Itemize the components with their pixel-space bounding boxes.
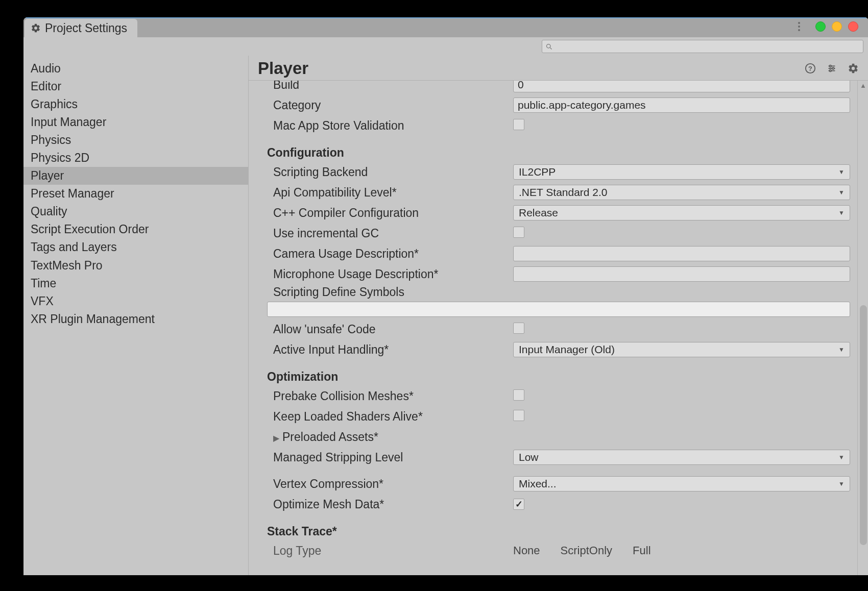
mac-validation-checkbox[interactable] [513, 119, 524, 130]
keep-shaders-label: Keep Loaded Shaders Alive* [258, 410, 513, 424]
sidebar-item-label: Audio [31, 62, 61, 75]
sidebar-item-audio[interactable]: Audio [23, 60, 248, 78]
window-controls [794, 21, 858, 32]
define-symbols-label: Scripting Define Symbols [258, 285, 404, 299]
row-allow-unsafe: Allow 'unsafe' Code [258, 319, 850, 339]
optimize-mesh-checkbox[interactable] [513, 499, 524, 510]
sidebar-item-label: Preset Manager [31, 187, 114, 200]
category-label: Category [258, 98, 513, 112]
category-field[interactable] [513, 97, 850, 113]
dropdown-value: .NET Standard 2.0 [519, 186, 608, 199]
tab-project-settings[interactable]: Project Settings [25, 19, 137, 37]
sidebar-item-vfx[interactable]: VFX [23, 292, 248, 310]
api-compat-dropdown[interactable]: .NET Standard 2.0 [513, 185, 850, 200]
sidebar-item-label: Input Manager [31, 115, 106, 129]
minimize-button[interactable] [815, 21, 826, 32]
foldout-triangle-icon: ▶ [273, 433, 279, 443]
scroll-thumb[interactable] [860, 305, 867, 545]
sidebar-item-label: Editor [31, 80, 61, 93]
incremental-gc-checkbox[interactable] [513, 227, 524, 238]
stripping-label: Managed Stripping Level [258, 451, 513, 464]
sidebar-item-tags-and-layers[interactable]: Tags and Layers [23, 238, 248, 256]
input-handling-label: Active Input Handling* [258, 343, 513, 357]
input-handling-dropdown[interactable]: Input Manager (Old) [513, 342, 850, 357]
mic-desc-field[interactable] [513, 266, 850, 282]
allow-unsafe-checkbox[interactable] [513, 323, 524, 334]
row-incremental-gc: Use incremental GC [258, 223, 850, 243]
row-prebake: Prebake Collision Meshes* [258, 386, 850, 406]
row-mic-desc: Microphone Usage Description* [258, 264, 850, 284]
sidebar-item-time[interactable]: Time [23, 275, 248, 292]
dropdown-value: Input Manager (Old) [519, 343, 615, 356]
sidebar-item-label: Time [31, 277, 56, 290]
sidebar-item-preset-manager[interactable]: Preset Manager [23, 185, 248, 203]
svg-point-0 [547, 44, 551, 48]
row-preloaded-assets[interactable]: ▶Preloaded Assets* [258, 427, 850, 447]
build-label: Build [258, 80, 513, 92]
vertex-label: Vertex Compression* [258, 477, 513, 491]
sidebar-item-label: Graphics [31, 97, 78, 111]
sidebar-item-physics[interactable]: Physics [23, 131, 248, 149]
row-keep-shaders: Keep Loaded Shaders Alive* [258, 406, 850, 427]
row-optimize-mesh: Optimize Mesh Data* [258, 494, 850, 514]
search-box[interactable] [542, 40, 863, 53]
api-compat-label: Api Compatibility Level* [258, 186, 513, 200]
sidebar-item-player[interactable]: Player [23, 167, 248, 185]
search-input[interactable] [556, 41, 860, 52]
help-icon[interactable]: ? [804, 62, 816, 75]
sidebar-item-editor[interactable]: Editor [23, 78, 248, 95]
preloaded-assets-foldout[interactable]: ▶Preloaded Assets* [258, 430, 513, 444]
svg-point-7 [829, 65, 831, 67]
main-header: Player ? [249, 56, 868, 80]
section-configuration: Configuration [258, 142, 850, 162]
row-api-compat: Api Compatibility Level* .NET Standard 2… [258, 182, 850, 203]
sidebar-item-label: VFX [31, 294, 54, 308]
scrollbar[interactable]: ▲ [857, 81, 868, 575]
sidebar-item-textmesh-pro[interactable]: TextMesh Pro [23, 257, 248, 275]
main-panel: Player ? Build [248, 56, 868, 575]
sidebar-item-label: Player [31, 169, 64, 182]
dropdown-value: Low [519, 451, 539, 463]
keep-shaders-checkbox[interactable] [513, 410, 524, 421]
sidebar-item-label: Physics 2D [31, 151, 89, 164]
scroll-up-icon[interactable]: ▲ [858, 81, 868, 90]
sidebar-item-xr-plugin-management[interactable]: XR Plugin Management [23, 310, 248, 328]
body-area: Audio Editor Graphics Input Manager Phys… [23, 56, 868, 575]
camera-desc-field[interactable] [513, 246, 850, 261]
sidebar-item-physics-2d[interactable]: Physics 2D [23, 149, 248, 167]
preloaded-assets-label: Preloaded Assets* [282, 430, 378, 444]
row-define-symbols-label: Scripting Define Symbols [258, 284, 850, 300]
section-optimization: Optimization [258, 366, 850, 386]
log-type-label: Log Type [258, 544, 513, 558]
define-symbols-field[interactable] [267, 302, 850, 317]
svg-point-8 [832, 67, 834, 69]
sidebar-item-label: Tags and Layers [31, 240, 117, 254]
camera-desc-label: Camera Usage Description* [258, 247, 513, 261]
settings-icon[interactable] [847, 62, 859, 75]
prebake-checkbox[interactable] [513, 389, 524, 401]
sidebar-item-label: Physics [31, 133, 71, 146]
search-row [23, 37, 868, 56]
vertex-dropdown[interactable]: Mixed... [513, 476, 850, 491]
more-icon[interactable] [794, 21, 804, 32]
svg-point-9 [829, 70, 831, 72]
stack-col-none: None [513, 544, 540, 557]
close-button[interactable] [848, 21, 858, 32]
mic-desc-label: Microphone Usage Description* [258, 267, 513, 281]
row-cpp-config: C++ Compiler Configuration Release [258, 203, 850, 223]
scripting-backend-dropdown[interactable]: IL2CPP [513, 164, 850, 180]
cpp-config-dropdown[interactable]: Release [513, 205, 850, 220]
maximize-button[interactable] [832, 21, 842, 32]
optimize-mesh-label: Optimize Mesh Data* [258, 498, 513, 511]
sidebar-item-graphics[interactable]: Graphics [23, 95, 248, 113]
sidebar-item-input-manager[interactable]: Input Manager [23, 113, 248, 131]
stripping-dropdown[interactable]: Low [513, 450, 850, 465]
sidebar-item-script-execution-order[interactable]: Script Execution Order [23, 220, 248, 238]
row-scripting-backend: Scripting Backend IL2CPP [258, 162, 850, 182]
svg-text:?: ? [808, 65, 812, 72]
preset-icon[interactable] [826, 62, 838, 75]
sidebar-item-label: Quality [31, 205, 67, 218]
sidebar-item-quality[interactable]: Quality [23, 203, 248, 220]
build-field[interactable] [513, 80, 850, 92]
gear-icon [31, 23, 41, 33]
